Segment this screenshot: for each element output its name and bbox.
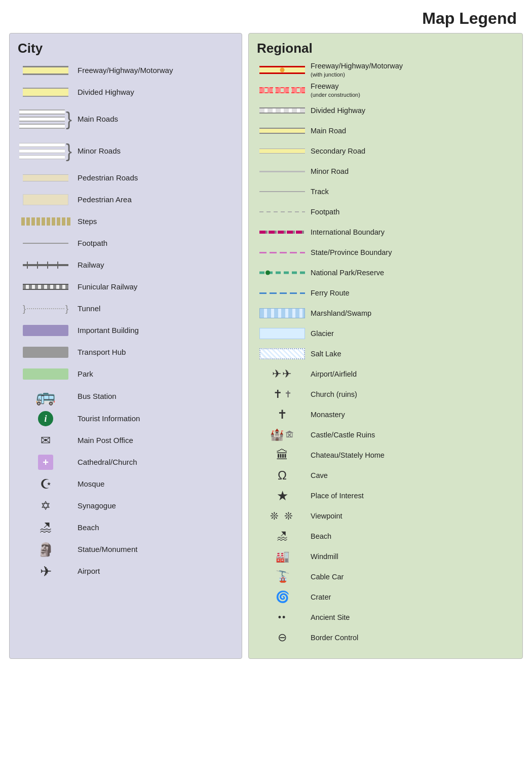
chateau-label: Chateau/Stately Home [308, 451, 385, 460]
minor-roads-icon: } [18, 142, 73, 160]
airport-city-icon: ✈ [18, 563, 73, 580]
list-item: 🚌 Bus Station [18, 387, 234, 406]
list-item: Freeway/Highway/Motorway [18, 61, 234, 80]
transport-hub-label: Transport Hub [73, 347, 126, 357]
reg-secondary-road-icon [257, 149, 308, 154]
list-item: } Main Roads [18, 105, 234, 133]
funicular-icon [18, 284, 73, 290]
list-item: Glacier [257, 325, 514, 342]
reg-secondary-road-label: Secondary Road [308, 146, 365, 156]
list-item: Freeway/Highway/Motorway (with junction) [257, 61, 514, 79]
list-item: •• Ancient Site [257, 609, 514, 626]
list-item: ⊖ Border Control [257, 629, 514, 646]
reg-main-road-label: Main Road [308, 126, 346, 136]
list-item: Steps [18, 212, 234, 231]
city-column: City Freeway/Highway/Motorway Divided Hi… [9, 33, 242, 659]
railway-label: Railway [73, 260, 104, 270]
reg-minor-road-icon [257, 171, 308, 172]
list-item: Ω Cave [257, 467, 514, 484]
tourist-info-label: Tourist Information [73, 414, 140, 424]
main-roads-label: Main Roads [73, 114, 118, 124]
post-office-label: Main Post Office [73, 435, 133, 446]
state-boundary-icon [257, 252, 308, 253]
reg-main-road-icon [257, 128, 308, 134]
national-park-icon [257, 270, 308, 276]
list-item: Railway [18, 256, 234, 274]
beach-reg-label: Beach [308, 532, 331, 541]
list-item: Minor Road [257, 163, 514, 180]
beach-city-label: Beach [73, 523, 99, 533]
list-item: Track [257, 183, 514, 200]
fw-junction-label: Freeway/Highway/Motorway (with junction) [308, 61, 403, 78]
castle-icon: 🏰 🏚 [257, 428, 308, 441]
freeway-city-label: Freeway/Highway/Motorway [73, 65, 173, 76]
list-item: Transport Hub [18, 343, 234, 361]
list-item: ☪ Mosque [18, 475, 234, 493]
main-roads-icon: } [18, 109, 73, 129]
divided-city-label: Divided Highway [73, 87, 134, 97]
crater-label: Crater [308, 593, 331, 602]
mosque-label: Mosque [73, 479, 104, 489]
viewpoint-icon: ❊ ❊ [257, 510, 308, 522]
funicular-label: Funicular Railway [73, 282, 137, 292]
marshland-label: Marshland/Swamp [308, 309, 371, 318]
windmill-icon: 🏭 [257, 550, 308, 563]
footpath-city-icon [18, 243, 73, 244]
place-interest-label: Place of Interest [308, 491, 364, 501]
list-item: International Boundary [257, 224, 514, 241]
list-item: 🏖 Beach [18, 519, 234, 537]
list-item: Footpath [18, 234, 234, 252]
list-item: 🌀 Crater [257, 588, 514, 606]
regional-column: Regional Freeway/Highway/Motorway (with … [248, 33, 523, 659]
beach-reg-icon: 🏖 [257, 530, 308, 543]
list-item: 🚡 Cable Car [257, 568, 514, 585]
state-boundary-label: State/Province Boundary [308, 248, 392, 257]
freeway-city-icon [18, 66, 73, 75]
cathedral-label: Cathedral/Church [73, 457, 137, 467]
ancient-site-icon: •• [257, 612, 308, 623]
info-circle-icon: i [38, 411, 53, 426]
salt-lake-label: Salt Lake [308, 349, 341, 359]
ferry-route-label: Ferry Route [308, 288, 350, 298]
city-heading: City [18, 41, 234, 56]
steps-icon [18, 217, 73, 226]
monastery-label: Monastery [308, 410, 345, 420]
list-item: 🏛 Chateau/Stately Home [257, 447, 514, 464]
list-item: Ferry Route [257, 284, 514, 302]
national-park-label: National Park/Reserve [308, 268, 384, 278]
list-item: Pedestrian Roads [18, 169, 234, 187]
fw-construction-label: Freeway (under construction) [308, 82, 360, 98]
park-label: Park [73, 369, 93, 379]
airport-city-label: Airport [73, 566, 100, 576]
intl-boundary-icon [257, 231, 308, 234]
list-item: State/Province Boundary [257, 244, 514, 261]
tourist-info-icon: i [18, 411, 73, 426]
post-office-icon: ✉ [18, 433, 73, 448]
ancient-site-label: Ancient Site [308, 613, 350, 622]
reg-minor-road-label: Minor Road [308, 167, 349, 176]
transport-hub-icon [18, 347, 73, 358]
reg-track-label: Track [308, 187, 329, 197]
place-interest-icon: ★ [257, 488, 308, 504]
steps-label: Steps [73, 216, 97, 227]
railway-icon [18, 262, 73, 269]
pedestrian-roads-label: Pedestrian Roads [73, 173, 138, 183]
list-item: 🏭 Windmill [257, 548, 514, 565]
list-item: Funicular Railway [18, 278, 234, 296]
intl-boundary-label: International Boundary [308, 228, 385, 237]
list-item: 🗿 Statue/Monument [18, 540, 234, 559]
list-item: ✝ Monastery [257, 406, 514, 423]
bus-station-icon: 🚌 [18, 387, 73, 406]
cave-label: Cave [308, 471, 328, 480]
list-item: Park [18, 365, 234, 383]
glacier-label: Glacier [308, 329, 334, 339]
list-item: ✡ Synagogue [18, 497, 234, 515]
cable-car-icon: 🚡 [257, 570, 308, 583]
statue-label: Statue/Monument [73, 544, 137, 554]
windmill-label: Windmill [308, 552, 338, 562]
border-control-label: Border Control [308, 633, 358, 643]
list-item: Divided Highway [18, 83, 234, 101]
glacier-icon [257, 328, 308, 339]
beach-city-icon: 🏖 [18, 521, 73, 535]
reg-track-icon [257, 191, 308, 192]
